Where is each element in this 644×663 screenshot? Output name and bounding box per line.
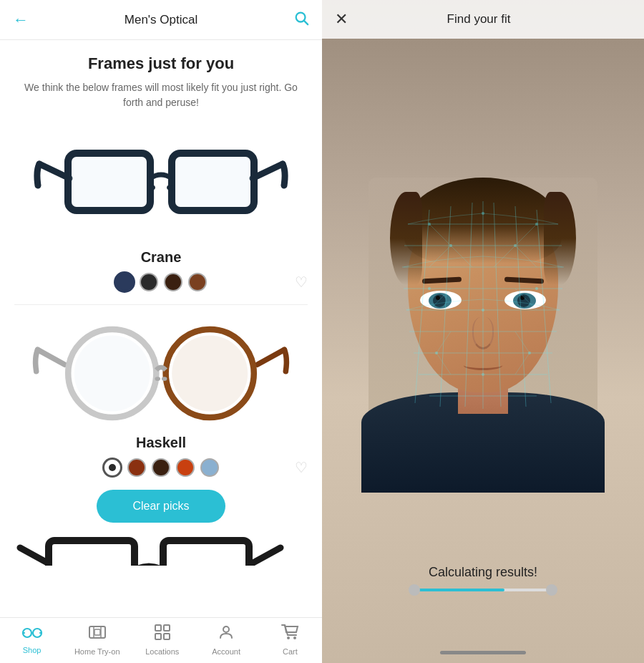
bottom-glasses-strip [14,533,308,566]
back-button[interactable]: ← [13,11,34,29]
svg-point-34 [287,637,290,639]
svg-line-18 [20,548,49,563]
svg-rect-20 [163,541,249,566]
svg-line-70 [515,289,537,310]
home-tryon-icon [88,624,107,645]
nav-home-tryon-label: Home Try-on [74,647,120,656]
crane-color-row: ♡ [14,273,308,291]
right-panel: ✕ Find your fit [322,0,644,663]
nav-cart[interactable]: Cart [268,624,311,656]
haskell-color-3[interactable] [152,458,170,477]
haskell-glasses-image[interactable] [14,316,308,425]
svg-line-1 [304,21,308,24]
svg-point-35 [293,637,296,639]
haskell-wishlist-button[interactable]: ♡ [295,459,308,476]
promo-subtitle: We think the below frames will most like… [14,80,308,110]
crane-glasses-image[interactable] [14,125,308,239]
left-header: ← Men's Optical [0,0,322,40]
account-icon [218,624,235,645]
svg-rect-31 [155,634,161,639]
close-button[interactable]: ✕ [335,10,348,29]
left-panel: ← Men's Optical Frames just for you We t… [0,0,322,663]
search-icon[interactable] [288,10,309,29]
nav-cart-label: Cart [283,647,298,656]
calculating-text: Calculating results! [429,565,537,580]
svg-point-54 [482,212,484,215]
svg-line-69 [429,289,451,310]
nav-locations[interactable]: Locations [141,624,184,656]
crane-wishlist-button[interactable]: ♡ [295,274,308,291]
progress-dot-end [546,584,557,596]
svg-line-65 [515,224,537,246]
svg-rect-29 [155,625,161,631]
svg-line-63 [429,224,451,246]
svg-line-47 [465,203,472,407]
page-title: Men's Optical [125,13,197,27]
cart-icon [280,624,299,645]
progress-dot-start [409,584,420,596]
nav-shop-label: Shop [23,646,42,654]
face-mesh-svg [394,195,572,425]
svg-point-59 [482,309,484,311]
crane-product-name: Crane [14,249,308,266]
svg-rect-19 [49,541,135,566]
svg-line-68 [494,246,515,267]
svg-line-11 [258,349,285,364]
svg-rect-30 [164,625,170,631]
shop-icon [22,625,42,644]
crane-color-4[interactable] [188,273,207,291]
haskell-color-5[interactable] [200,458,219,477]
svg-rect-32 [164,634,170,639]
haskell-color-2[interactable] [127,458,146,477]
svg-rect-7 [175,157,250,207]
promo-title: Frames just for you [14,54,308,73]
svg-point-16 [155,377,160,381]
bottom-nav: Shop Home Try-on [0,617,322,663]
right-header: ✕ Find your fit [322,0,644,39]
nav-home-tryon[interactable]: Home Try-on [74,624,120,656]
svg-point-9 [167,185,174,190]
svg-point-57 [428,287,431,290]
svg-point-58 [535,287,538,290]
nav-shop[interactable]: Shop [11,625,54,654]
svg-line-49 [494,203,501,407]
svg-line-67 [451,246,472,267]
svg-point-8 [148,185,155,190]
face-area: Calculating results! [322,36,644,663]
calculating-section: Calculating results! [322,565,644,591]
svg-point-33 [223,626,229,632]
svg-line-74 [515,353,530,374]
svg-rect-28 [94,629,100,635]
divider-1 [14,304,308,305]
svg-point-15 [172,335,248,411]
svg-rect-6 [72,157,147,207]
svg-rect-27 [89,626,105,638]
haskell-color-row: ♡ [14,458,308,477]
haskell-color-4[interactable] [176,458,195,477]
svg-line-10 [38,349,65,364]
svg-line-21 [252,548,280,563]
crane-color-3[interactable] [164,273,182,291]
clear-picks-button[interactable]: Clear picks [97,490,225,523]
progress-bar [411,589,555,591]
haskell-product-name: Haskell [14,435,308,451]
locations-icon [154,624,171,645]
progress-bar-fill [411,589,504,591]
crane-color-1[interactable] [115,273,134,291]
crane-color-2[interactable] [140,273,158,291]
svg-point-14 [74,335,150,411]
left-content: Frames just for you We think the below f… [0,40,322,617]
svg-point-17 [162,377,167,381]
nav-account[interactable]: Account [205,624,248,656]
haskell-color-1[interactable] [103,458,122,477]
home-indicator [440,651,526,654]
svg-point-62 [482,373,484,376]
right-title: Find your fit [447,12,511,26]
nav-account-label: Account [212,647,240,656]
nav-locations-label: Locations [145,647,179,656]
svg-line-73 [436,353,451,374]
